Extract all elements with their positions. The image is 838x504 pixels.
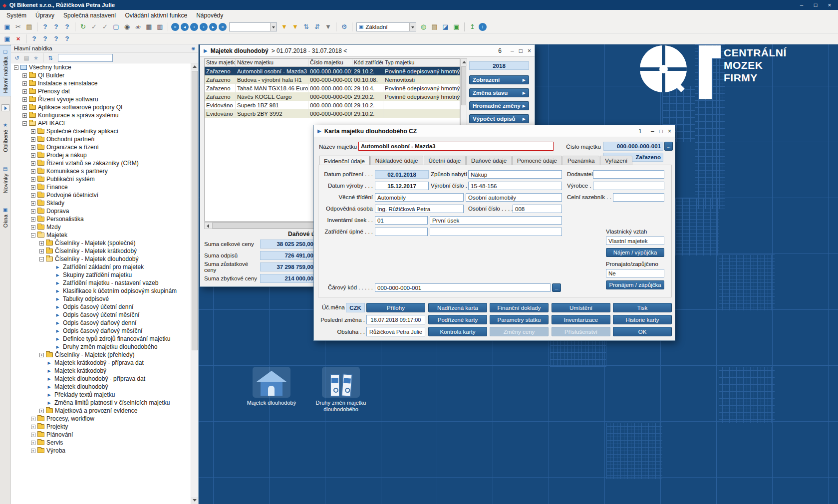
tree-item-odpis-časový-účetní-denní[interactable]: ▶Odpis časový účetní denní	[11, 303, 191, 311]
notes-icon[interactable]: ▤	[429, 22, 440, 32]
tree-search-input[interactable]	[58, 54, 113, 62]
tree-item-aplikace[interactable]: −APLIKACE	[11, 119, 191, 127]
tree-expand-icon[interactable]: +	[39, 353, 44, 357]
tree-collapse-icon[interactable]: −	[31, 233, 35, 238]
tree-item-majetek[interactable]: −Majetek	[11, 231, 191, 239]
tree-item-zatřídění-základní-pro-majetek[interactable]: ▶Zatřídění základní pro majetek	[11, 263, 191, 271]
close-button[interactable]: ×	[668, 128, 671, 134]
ownership-field[interactable]: Vlastní majetek	[606, 237, 664, 245]
tree-expand-icon[interactable]: +	[22, 81, 27, 86]
full-classification-code-field[interactable]	[375, 228, 428, 236]
help-window-icon[interactable]: ?	[29, 34, 39, 44]
scroll-thumb[interactable]	[192, 71, 198, 350]
action-button-hromadné-změny[interactable]: Hromadné změny▶	[469, 101, 529, 110]
tree-expand-icon[interactable]: +	[22, 97, 27, 102]
table-row[interactable]: ZařazenoBudova - výrobní hala H1000-000-…	[205, 75, 460, 84]
tree-item-doprava[interactable]: +Doprava	[11, 207, 191, 215]
tree-item-aplikace-softwarové-podpory-qi[interactable]: +Aplikace softwarové podpory QI	[11, 103, 191, 111]
tree-item-číselníky-majetek-přehledy[interactable]: +Číselníky - Majetek (přehledy)	[11, 351, 191, 359]
menu-item-ovládání-aktivní-funkce[interactable]: Ovládání aktivní funkce	[120, 11, 192, 20]
close-button[interactable]: ×	[824, 2, 836, 8]
tree-item-majetek-krátkodobý-příprava-dat[interactable]: ▶Majetek krátkodobý - příprava dat	[11, 359, 191, 367]
tree-refresh-icon[interactable]: ↺	[12, 54, 21, 62]
tree-item-číselníky-majetek-krátkodobý[interactable]: +Číselníky - Majetek krátkodobý	[11, 247, 191, 255]
tree-expand-icon[interactable]: +	[39, 409, 44, 413]
menu-item-společná-nastavení[interactable]: Společná nastavení	[59, 11, 120, 20]
column-header-kód-zatřídění[interactable]: Kód zatřídění	[352, 59, 383, 66]
tree-item-majetková-a-provozní-evidence[interactable]: +Majetková a provozní evidence	[11, 407, 191, 415]
tree-expand-icon[interactable]: +	[31, 441, 35, 445]
refresh-icon[interactable]: ↻	[78, 22, 88, 32]
tree-item-zatřídění-majetku-nastavení-vazeb[interactable]: ▶Zatřídění majetku - nastavení vazeb	[11, 279, 191, 287]
production-date-field[interactable]: 15.12.2017	[375, 182, 429, 190]
tree-item-překlady-textů-majetku[interactable]: ▶Překlady textů majetku	[11, 391, 191, 399]
tree-expand-icon[interactable]: +	[31, 193, 35, 198]
maximize-button[interactable]: □	[519, 48, 523, 54]
tree-item-majetek-dlouhodobý[interactable]: ▶Majetek dlouhodobý	[11, 383, 191, 391]
tree-expand-icon[interactable]: +	[31, 225, 35, 230]
list-window-titlebar[interactable]: ▶ Majetek dlouhodobý > 01.07.2018 - 31.0…	[200, 45, 535, 57]
full-classification-name-field[interactable]	[430, 228, 562, 236]
maximize-button[interactable]: □	[810, 2, 822, 8]
menu-item-nápovědy[interactable]: Nápovědy	[192, 11, 228, 20]
scroll-down-icon[interactable]	[191, 497, 198, 504]
tree-expand-icon[interactable]: +	[31, 425, 35, 429]
next-record-icon[interactable]: ›	[200, 23, 208, 31]
leased-field[interactable]: Ne	[606, 269, 664, 277]
cut-icon[interactable]: ✂	[13, 22, 23, 32]
tree-item-druhy-změn-majetku-dlouhodobého[interactable]: ▶Druhy změn majetku dlouhodobého	[11, 343, 191, 351]
classification-code-field[interactable]: Automobily	[375, 193, 464, 202]
tree-collapse-icon[interactable]: −	[22, 121, 27, 126]
tree-expand-icon[interactable]: +	[31, 417, 35, 421]
action-button-zobrazení[interactable]: Zobrazení▶	[469, 75, 529, 84]
scroll-thumb[interactable]	[212, 223, 317, 229]
tree-item-výroba[interactable]: +Výroba	[11, 447, 191, 455]
button-inventarizace[interactable]: Inventarizace	[552, 315, 610, 324]
tab-účetní-údaje[interactable]: Účetní údaje	[424, 156, 466, 165]
desktop-icon-druhy-zmen-majetku[interactable]: Druhy změn majetku dlouhodobého	[310, 367, 371, 413]
tree-item-všechny-funkce[interactable]: −Všechny funkce	[11, 63, 191, 71]
tab-pomocné-údaje[interactable]: Pomocné údaje	[512, 156, 562, 165]
help-field-icon[interactable]: ?	[40, 34, 50, 44]
manufacturer-field[interactable]	[593, 182, 664, 190]
tree-item-odpis-časový-daňový-denní[interactable]: ▶Odpis časový daňový denní	[11, 319, 191, 327]
menu-item-systém[interactable]: Systém	[2, 11, 31, 20]
minimize-button[interactable]: –	[651, 128, 654, 134]
tree-expand-icon[interactable]: +	[31, 153, 35, 158]
confirm-all-icon[interactable]: ✓	[100, 22, 110, 32]
tab-evidenční-údaje[interactable]: Evidenční údaje	[319, 156, 370, 166]
number-lookup-button[interactable]: ...	[664, 142, 673, 151]
tree-item-podvojné-účetnictví[interactable]: +Podvojné účetnictví	[11, 191, 191, 199]
record-combo[interactable]	[229, 22, 277, 31]
chart-icon[interactable]: ◪	[440, 22, 451, 32]
button-parametry-statku[interactable]: Parametry statku	[490, 315, 549, 324]
tree-item-konfigurace-a-správa-systému[interactable]: +Konfigurace a správa systému	[11, 111, 191, 119]
tree-item-číselníky-majetek-společné[interactable]: +Číselníky - Majetek (společné)	[11, 239, 191, 247]
personal-number-field[interactable]: 008	[513, 205, 562, 213]
sidebar-tab-novinky[interactable]: ▤Novinky	[0, 163, 11, 196]
tree-item-řízení-vývoje-softwaru[interactable]: +Řízení vývoje softwaru	[11, 95, 191, 103]
help-bubble-icon[interactable]: ?	[62, 34, 72, 44]
sort-custom-icon[interactable]: ⇵	[312, 22, 322, 32]
filter-off-icon[interactable]: ▼	[290, 22, 300, 32]
tree-item-skupiny-zatřídění-majetku[interactable]: ▶Skupiny zatřídění majetku	[11, 271, 191, 279]
info-icon[interactable]: i	[479, 23, 487, 31]
tree-item-přenosy-dat[interactable]: +Přenosy dat	[11, 87, 191, 95]
search-icon[interactable]: ◉	[122, 22, 132, 32]
button-podřízené-karty[interactable]: Podřízené karty	[428, 315, 487, 324]
menu-item-úpravy[interactable]: Úpravy	[31, 11, 59, 20]
tree-expand-icon[interactable]: +	[31, 185, 35, 190]
acquisition-date-field[interactable]: 02.01.2018	[375, 170, 429, 179]
table-row[interactable]: ZařazenoAutomobil osobní - Mazda3000-000…	[205, 67, 460, 75]
help-icon[interactable]: ?	[40, 22, 50, 32]
action-button-výpočet-odpisů[interactable]: Výpočet odpisů▶	[469, 114, 529, 123]
first-record-icon[interactable]: «	[171, 23, 179, 31]
tree-expand-icon[interactable]: +	[31, 217, 35, 222]
tree-expand-icon[interactable]: +	[31, 161, 35, 166]
column-header-typ-majetku[interactable]: Typ majetku	[383, 59, 460, 66]
tree-item-změna-limitů-platnosti-v-číselnících-majetku[interactable]: ▶Změna limitů platnosti v číselnících ma…	[11, 399, 191, 407]
tree-expand-icon[interactable]: +	[31, 129, 35, 134]
column-header-stav-majetku[interactable]: Stav majetku	[205, 59, 236, 66]
collapse-panel-button[interactable]	[1, 104, 9, 111]
inventory-section-code-field[interactable]: 01	[375, 216, 428, 225]
